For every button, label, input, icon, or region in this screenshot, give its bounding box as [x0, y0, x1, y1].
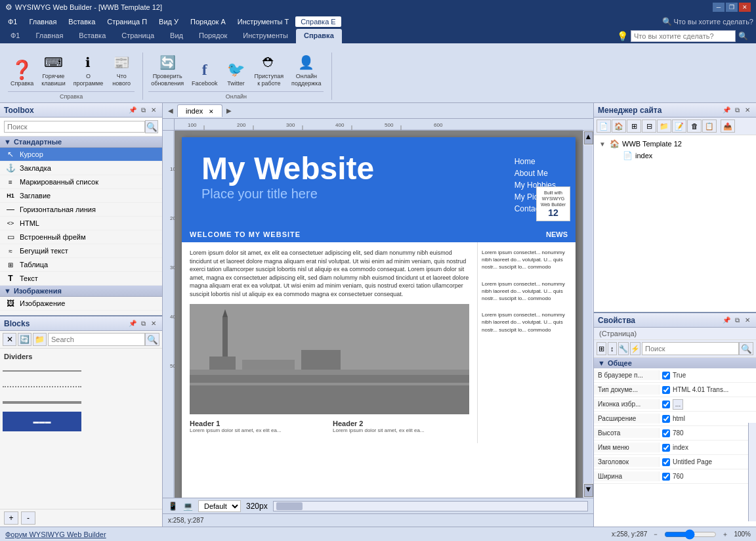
zoom-minus-icon[interactable]: －	[652, 530, 659, 539]
toolbox-item-iframe[interactable]: ▭ Встроенный фрейм	[0, 230, 162, 244]
props-float-btn[interactable]: ⧉	[732, 316, 742, 325]
props-btn-filter[interactable]: 🔧	[618, 342, 629, 355]
ribbon-btn-about[interactable]: ℹ Опрограмме	[71, 51, 106, 89]
blocks-pin-btn[interactable]: 📌	[128, 319, 137, 328]
scroll-track[interactable]	[583, 145, 593, 483]
props-search-input[interactable]	[642, 342, 739, 355]
sm-btn-folder[interactable]: 📁	[657, 119, 671, 133]
toolbox-item-text[interactable]: T Текст	[0, 272, 162, 286]
canvas-nav-left[interactable]: ◀	[165, 106, 176, 116]
menu-item-order[interactable]: Порядок А	[185, 16, 231, 27]
zoom-slider[interactable]	[664, 529, 717, 540]
menu-item-tools[interactable]: Инструменты Т	[232, 16, 294, 27]
blocks-footer-add[interactable]: +	[4, 511, 18, 525]
props-scrollbar[interactable]	[748, 423, 756, 521]
menu-item-help[interactable]: Справка Е	[295, 16, 341, 27]
scroll-up-btn[interactable]: ▲	[584, 131, 593, 144]
scroll-thumb-h[interactable]	[276, 502, 303, 510]
props-close-btn[interactable]: ✕	[743, 316, 752, 325]
divider-preview-3[interactable]	[3, 396, 81, 409]
props-favicon-browse-btn[interactable]: …	[673, 399, 683, 410]
props-btn-lightning[interactable]: ⚡	[630, 342, 640, 355]
sm-close-btn[interactable]: ✕	[743, 106, 752, 115]
canvas-scrollbar-v[interactable]: ▲ ▼	[583, 131, 593, 498]
toolbox-search-button[interactable]: 🔍	[145, 120, 158, 133]
divider-dotted-preview[interactable]	[3, 380, 81, 393]
ribbon-tab-tools[interactable]: Инструменты	[235, 29, 296, 43]
props-cb-favicon[interactable]	[662, 400, 670, 408]
minimize-button[interactable]: ─	[713, 3, 724, 12]
canvas-footer-dropdown[interactable]: Default	[198, 500, 241, 512]
sm-btn-copy[interactable]: 📋	[702, 119, 717, 133]
ribbon-btn-whats-new[interactable]: 📰 Чтонового	[108, 51, 135, 89]
ribbon-btn-online-support[interactable]: 👤 Онлайнподдержка	[289, 51, 324, 89]
menu-item-view[interactable]: Вид У	[154, 16, 184, 27]
sm-btn-home[interactable]: 🏠	[612, 119, 626, 133]
tree-item-index[interactable]: 📄 index	[597, 150, 753, 162]
ribbon-tab-f1[interactable]: Ф1	[3, 29, 28, 43]
props-cb-height[interactable]	[662, 429, 670, 437]
ribbon-tab-order[interactable]: Порядок	[191, 29, 235, 43]
toolbox-item-image[interactable]: 🖼 Изображение	[0, 297, 162, 311]
toolbox-float-btn[interactable]: ⧉	[138, 106, 148, 115]
blocks-refresh-btn[interactable]: 🔄	[18, 333, 32, 346]
divider-line-preview[interactable]	[3, 364, 81, 378]
ribbon-tab-home[interactable]: Главная	[28, 29, 71, 43]
canvas-tab-index[interactable]: index ✕	[177, 104, 222, 117]
toolbox-item-cursor[interactable]: ↖ Курсор	[0, 148, 162, 162]
props-cb-browser[interactable]	[662, 372, 670, 379]
toolbox-item-hline[interactable]: — Горизонтальная линия	[0, 203, 162, 217]
ribbon-btn-twitter[interactable]: 🐦 Twitter	[223, 58, 249, 89]
ribbon-tab-insert[interactable]: Вставка	[71, 29, 114, 43]
ribbon-tab-view[interactable]: Вид	[162, 29, 191, 43]
blocks-folder-btn[interactable]: 📁	[33, 333, 47, 346]
props-cb-title[interactable]	[662, 458, 670, 466]
canvas-scrollbar-h[interactable]	[273, 501, 588, 511]
props-cb-extension[interactable]	[662, 415, 670, 423]
toolbox-pin-btn[interactable]: 📌	[128, 106, 137, 115]
close-button[interactable]: ✕	[739, 3, 751, 12]
canvas-scroll[interactable]: My Website Place your title here Home Ab…	[175, 131, 583, 498]
blocks-search-input[interactable]	[48, 333, 145, 346]
menu-item-page[interactable]: Страница П	[102, 16, 152, 27]
sm-btn-export[interactable]: 📤	[721, 119, 735, 133]
ribbon-btn-help[interactable]: ❓ Справка	[8, 58, 36, 89]
toolbox-item-anchor[interactable]: ⚓ Закладка	[0, 162, 162, 175]
props-btn-sort[interactable]: ↕	[608, 342, 618, 355]
tree-item-root[interactable]: ▼ 🏠 WWB Template 12	[597, 138, 753, 150]
zoom-plus-icon[interactable]: ＋	[722, 530, 728, 539]
forum-link[interactable]: Форум WYSIWYG Web Builder	[5, 530, 106, 538]
menu-item-f1[interactable]: Ф1	[3, 16, 22, 27]
blocks-footer-remove[interactable]: -	[21, 511, 35, 525]
blocks-search-button[interactable]: 🔍	[145, 333, 159, 346]
blocks-float-btn[interactable]: ⧉	[138, 319, 148, 328]
sm-btn-delete[interactable]: 🗑	[687, 119, 702, 133]
canvas-tab-close-icon[interactable]: ✕	[209, 108, 214, 115]
ribbon-btn-updates[interactable]: 🔄 Проверитьобновления	[148, 51, 186, 89]
toolbox-item-bulletlist[interactable]: ≡ Маркированный список	[0, 175, 162, 189]
sm-btn-layout[interactable]: ⊟	[642, 119, 656, 133]
toolbox-item-table[interactable]: ⊞ Таблица	[0, 258, 162, 272]
restore-button[interactable]: ❐	[726, 3, 738, 12]
sm-float-btn[interactable]: ⧉	[732, 106, 742, 115]
toolbox-close-btn[interactable]: ✕	[149, 106, 158, 115]
nav-home[interactable]: Home	[514, 157, 556, 166]
divider-block-preview[interactable]: ▬▬▬	[3, 412, 81, 431]
sm-btn-new[interactable]: 📄	[597, 119, 611, 133]
blocks-add-btn[interactable]: ✕	[3, 333, 16, 346]
props-cb-doctype[interactable]	[662, 386, 670, 394]
menu-item-insert[interactable]: Вставка	[63, 16, 100, 27]
ribbon-search-input[interactable]	[631, 30, 736, 42]
props-pin-btn[interactable]: 📌	[722, 316, 731, 325]
toolbox-section-standard[interactable]: ▼ Стандартные	[0, 137, 162, 148]
ribbon-tab-page[interactable]: Страница	[114, 29, 162, 43]
nav-about[interactable]: About Me	[514, 169, 556, 178]
toolbox-search-input[interactable]	[4, 121, 145, 133]
props-cb-width[interactable]	[662, 473, 670, 481]
toolbox-item-html[interactable]: <> HTML	[0, 217, 162, 230]
toolbox-item-heading[interactable]: H1 Заглавие	[0, 189, 162, 203]
ribbon-tab-help[interactable]: Справка	[296, 29, 342, 43]
toolbox-section-images[interactable]: ▼ Изображения	[0, 286, 162, 297]
blocks-close-btn[interactable]: ✕	[149, 319, 158, 328]
sm-btn-grid[interactable]: ⊞	[627, 119, 641, 133]
